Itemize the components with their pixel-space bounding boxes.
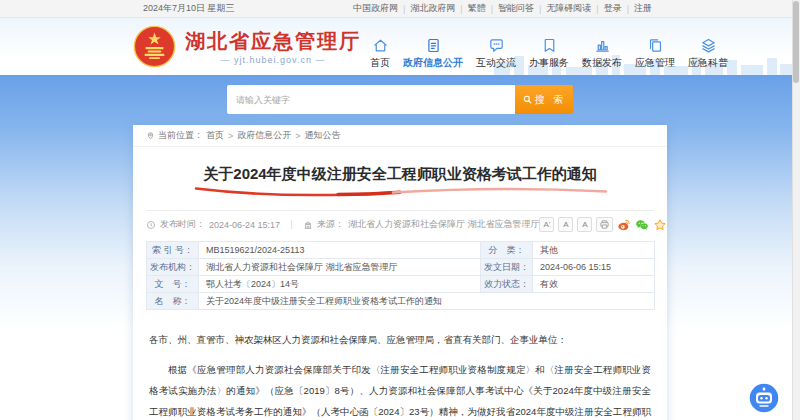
scrollbar-track[interactable]: [792, 0, 800, 420]
search-button-label: 搜 索: [535, 93, 567, 107]
breadcrumb-separator: >: [294, 131, 301, 141]
nav-label: 政府信息公开: [403, 56, 463, 70]
category-value: 其他: [533, 242, 655, 259]
document-icon: [425, 37, 442, 54]
pages-icon: [647, 37, 664, 54]
index-number-value: MB1519621/2024-25113: [199, 242, 481, 259]
issuing-agency-value: 湖北省人力资源和社会保障厅 湖北省应急管理厅: [199, 259, 481, 276]
breadcrumb-item-notices[interactable]: 通知公告: [305, 129, 341, 142]
nav-label: 数据发布: [582, 56, 622, 70]
current-date: 2024年7月10日 星期三: [143, 2, 235, 15]
doc-number-label: 文 号：: [147, 276, 199, 293]
nav-item-services[interactable]: 办事服务: [529, 37, 569, 70]
nav-label: 办事服务: [529, 56, 569, 70]
font-size-medium-button[interactable]: A: [558, 217, 573, 232]
share-weibo-button[interactable]: [617, 218, 631, 232]
scrollbar-thumb[interactable]: [793, 1, 799, 83]
table-row: 名 称： 关于2024年度中级注册安全工程师职业资格考试工作的通知: [147, 293, 655, 310]
nav-label: 互动交流: [476, 56, 516, 70]
red-underline-decoration: [188, 185, 612, 198]
star-favorite-icon: [653, 218, 667, 232]
nav-label: 应急管理: [635, 56, 675, 70]
doc-title-label: 名 称：: [147, 293, 199, 310]
share-wechat-button[interactable]: [635, 218, 649, 232]
nav-item-home[interactable]: 首页: [370, 37, 390, 70]
toplink-hubei-gov[interactable]: 湖北政府网: [405, 2, 460, 15]
table-row: 发布机构： 湖北省人力资源和社会保障厅 湖北省应急管理厅 发文日期： 2024-…: [147, 259, 655, 276]
main-navigation: 首页 政府信息公开 互动交流 办事服务 数据发布 应急管理 应急科普: [370, 37, 728, 70]
breadcrumb-label: 当前位置：: [158, 129, 203, 142]
nav-item-gov-info[interactable]: 政府信息公开: [403, 37, 463, 70]
national-emblem-icon: [133, 25, 176, 68]
font-size-small-button[interactable]: A: [577, 217, 592, 232]
printer-icon: [599, 219, 610, 230]
site-url: — yjt.hubei.gov.cn —: [185, 55, 361, 65]
issue-date-label: 发文日期：: [481, 259, 533, 276]
index-number-label: 索 引 号：: [147, 242, 199, 259]
font-size-large-button[interactable]: A': [539, 217, 554, 232]
breadcrumb-item-gov-info[interactable]: 政府信息公开: [237, 129, 291, 142]
toplink-china-gov[interactable]: 中国政府网: [348, 2, 403, 15]
site-search: 搜 索: [227, 85, 573, 114]
layers-icon: [700, 37, 717, 54]
top-utility-bar: 2024年7月10日 星期三 中国政府网| 湖北政府网| 繁體| 智能问答| 无…: [0, 0, 800, 18]
magnifier-icon: [522, 94, 533, 105]
location-pin-icon: [146, 131, 155, 140]
toplink-smart-qa[interactable]: 智能问答: [493, 2, 539, 15]
breadcrumb-item-home[interactable]: 首页: [206, 129, 224, 142]
doc-number-value: 鄂人社考〔2024〕14号: [199, 276, 481, 293]
search-input[interactable]: [227, 85, 515, 114]
source-label: 来源：: [317, 218, 344, 231]
bar-chart-icon: [594, 37, 611, 54]
nav-label: 应急科普: [688, 56, 728, 70]
clock-icon: [146, 220, 156, 230]
toplink-login[interactable]: 登录: [599, 2, 627, 15]
toplink-accessibility[interactable]: 无障碍阅读: [541, 2, 596, 15]
search-button[interactable]: 搜 索: [515, 85, 573, 114]
home-icon: [372, 37, 389, 54]
article-title: 关于2024年度中级注册安全工程师职业资格考试工作的通知: [133, 165, 667, 184]
article-meta-row: 发布时间：2024-06-24 15:17 ｜ 来源：湖北省人力资源和社会保障厅…: [133, 211, 667, 239]
body-paragraph: 根据《应急管理部人力资源社会保障部关于印发〈注册安全工程师职业资格制度规定〉和〈…: [149, 359, 651, 420]
publish-time-label: 发布时间：: [160, 218, 205, 231]
issuing-agency-label: 发布机构：: [147, 259, 199, 276]
weibo-icon: [617, 218, 631, 232]
chatbot-robot-icon[interactable]: [748, 382, 780, 414]
validity-label: 效力状态：: [481, 276, 533, 293]
validity-value: 有效: [533, 276, 655, 293]
body-paragraph: 各市、州、直管市、神农架林区人力资源和社会保障局、应急管理局，省直有关部门、企事…: [149, 329, 651, 350]
toplink-traditional-chinese[interactable]: 繁體: [463, 2, 491, 15]
toplink-register[interactable]: 注册: [629, 2, 657, 15]
breadcrumb-separator: >: [227, 131, 234, 141]
document-meta-table: 索 引 号： MB1519621/2024-25113 分 类： 其他 发布机构…: [146, 241, 655, 310]
print-button[interactable]: [596, 217, 613, 232]
building-icon: [303, 220, 313, 230]
nav-label: 首页: [370, 56, 390, 70]
breadcrumb: 当前位置： 首页 > 政府信息公开 > 通知公告: [133, 125, 667, 147]
meta-separator: ｜: [284, 218, 299, 231]
favorite-button[interactable]: [653, 218, 667, 232]
article-card: 当前位置： 首页 > 政府信息公开 > 通知公告 关于2024年度中级注册安全工…: [133, 125, 667, 420]
nav-item-interaction[interactable]: 互动交流: [476, 37, 516, 70]
nav-item-data-release[interactable]: 数据发布: [582, 37, 622, 70]
source-value: 湖北省人力资源和社会保障厅 湖北省应急管理厅: [348, 218, 540, 231]
wechat-icon: [635, 218, 649, 232]
site-logo[interactable]: 湖北省应急管理厅 — yjt.hubei.gov.cn —: [133, 25, 361, 68]
table-row: 文 号： 鄂人社考〔2024〕14号 效力状态： 有效: [147, 276, 655, 293]
publish-time: 2024-06-24 15:17: [209, 220, 280, 230]
site-name: 湖北省应急管理厅: [185, 29, 361, 53]
nav-item-emergency-mgmt[interactable]: 应急管理: [635, 37, 675, 70]
article-body: 各市、州、直管市、神农架林区人力资源和社会保障局、应急管理局，省直有关部门、企事…: [133, 310, 667, 420]
category-label: 分 类：: [481, 242, 533, 259]
bookmark-icon: [541, 37, 558, 54]
issue-date-value: 2024-06-06 15:15: [533, 259, 655, 276]
table-row: 索 引 号： MB1519621/2024-25113 分 类： 其他: [147, 242, 655, 259]
page-background: 搜 索 当前位置： 首页 > 政府信息公开 > 通知公告 关于2024年度中级注…: [0, 75, 800, 420]
nav-item-science[interactable]: 应急科普: [688, 37, 728, 70]
doc-title-value: 关于2024年度中级注册安全工程师职业资格考试工作的通知: [199, 293, 655, 310]
chat-icon: [488, 37, 505, 54]
site-header: 湖北省应急管理厅 — yjt.hubei.gov.cn — 首页 政府信息公开 …: [0, 18, 800, 75]
